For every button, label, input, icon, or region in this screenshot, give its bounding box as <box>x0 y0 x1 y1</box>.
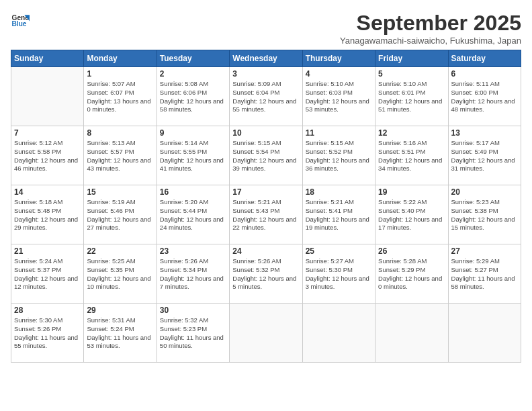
calendar-day-cell: 28Sunrise: 5:30 AMSunset: 5:26 PMDayligh… <box>11 304 84 363</box>
sunset-text: Sunset: 5:29 PM <box>378 266 445 275</box>
sunrise-text: Sunrise: 5:28 AM <box>378 257 445 266</box>
sunset-text: Sunset: 5:46 PM <box>87 207 153 216</box>
sunset-text: Sunset: 5:23 PM <box>160 325 226 334</box>
sunrise-text: Sunrise: 5:21 AM <box>232 198 299 207</box>
day-info: Sunrise: 5:20 AMSunset: 5:44 PMDaylight:… <box>160 198 226 232</box>
sunset-text: Sunset: 5:26 PM <box>14 325 81 334</box>
sunset-text: Sunset: 6:03 PM <box>306 89 372 97</box>
day-info: Sunrise: 5:16 AMSunset: 5:51 PMDaylight:… <box>378 139 445 173</box>
daylight-text: Daylight: 12 hours and 10 minutes. <box>87 275 153 292</box>
day-number: 4 <box>306 69 372 79</box>
day-number: 6 <box>451 69 518 79</box>
day-number: 10 <box>232 128 299 138</box>
day-number: 2 <box>160 69 226 79</box>
daylight-text: Daylight: 12 hours and 51 minutes. <box>378 97 445 115</box>
sunrise-text: Sunrise: 5:26 AM <box>232 257 299 266</box>
sunrise-text: Sunrise: 5:15 AM <box>306 139 372 148</box>
sunset-text: Sunset: 5:27 PM <box>451 266 518 275</box>
calendar-day-cell: 10Sunrise: 5:15 AMSunset: 5:54 PMDayligh… <box>230 126 302 185</box>
day-number: 29 <box>87 306 153 315</box>
calendar-week-row: 21Sunrise: 5:24 AMSunset: 5:37 PMDayligh… <box>11 244 521 304</box>
day-info: Sunrise: 5:30 AMSunset: 5:26 PMDaylight:… <box>14 316 81 351</box>
daylight-text: Daylight: 12 hours and 24 minutes. <box>160 216 226 233</box>
sunrise-text: Sunrise: 5:30 AM <box>14 316 81 325</box>
calendar-day-cell <box>448 304 521 363</box>
day-info: Sunrise: 5:14 AMSunset: 5:55 PMDaylight:… <box>160 139 226 173</box>
logo: General Blue <box>11 11 30 30</box>
day-info: Sunrise: 5:07 AMSunset: 6:07 PMDaylight:… <box>87 80 153 114</box>
day-info: Sunrise: 5:24 AMSunset: 5:37 PMDaylight:… <box>14 257 81 291</box>
day-info: Sunrise: 5:31 AMSunset: 5:24 PMDaylight:… <box>87 316 153 351</box>
day-number: 21 <box>14 246 81 256</box>
weekday-header-monday: Monday <box>84 50 157 67</box>
daylight-text: Daylight: 12 hours and 41 minutes. <box>160 156 226 174</box>
day-info: Sunrise: 5:19 AMSunset: 5:46 PMDaylight:… <box>87 198 153 232</box>
sunrise-text: Sunrise: 5:08 AM <box>160 80 226 89</box>
calendar-day-cell: 29Sunrise: 5:31 AMSunset: 5:24 PMDayligh… <box>84 304 157 363</box>
calendar-day-cell: 12Sunrise: 5:16 AMSunset: 5:51 PMDayligh… <box>375 126 448 185</box>
weekday-header-wednesday: Wednesday <box>230 50 302 67</box>
sunset-text: Sunset: 5:37 PM <box>14 266 81 275</box>
sunrise-text: Sunrise: 5:32 AM <box>160 316 226 325</box>
day-info: Sunrise: 5:15 AMSunset: 5:54 PMDaylight:… <box>232 139 299 173</box>
weekday-header-saturday: Saturday <box>448 50 521 67</box>
day-number: 11 <box>306 128 372 138</box>
calendar-day-cell: 11Sunrise: 5:15 AMSunset: 5:52 PMDayligh… <box>302 126 375 185</box>
sunset-text: Sunset: 5:41 PM <box>306 207 372 216</box>
day-info: Sunrise: 5:13 AMSunset: 5:57 PMDaylight:… <box>87 139 153 173</box>
sunrise-text: Sunrise: 5:21 AM <box>306 198 372 207</box>
calendar-table: SundayMondayTuesdayWednesdayThursdayFrid… <box>11 50 521 363</box>
calendar-day-cell: 23Sunrise: 5:26 AMSunset: 5:34 PMDayligh… <box>157 244 229 304</box>
daylight-text: Daylight: 12 hours and 0 minutes. <box>378 275 445 292</box>
calendar-week-row: 14Sunrise: 5:18 AMSunset: 5:48 PMDayligh… <box>11 185 521 244</box>
day-number: 3 <box>232 69 299 79</box>
sunset-text: Sunset: 5:52 PM <box>306 148 372 156</box>
day-info: Sunrise: 5:28 AMSunset: 5:29 PMDaylight:… <box>378 257 445 291</box>
calendar-title: September 2025 <box>340 11 521 36</box>
day-info: Sunrise: 5:32 AMSunset: 5:23 PMDaylight:… <box>160 316 226 351</box>
sunrise-text: Sunrise: 5:11 AM <box>451 80 518 89</box>
daylight-text: Daylight: 12 hours and 36 minutes. <box>306 156 372 174</box>
svg-text:Blue: Blue <box>12 20 27 28</box>
day-number: 16 <box>160 187 226 197</box>
calendar-day-cell: 1Sunrise: 5:07 AMSunset: 6:07 PMDaylight… <box>84 67 157 126</box>
calendar-week-row: 1Sunrise: 5:07 AMSunset: 6:07 PMDaylight… <box>11 67 521 126</box>
day-number: 25 <box>306 246 372 256</box>
calendar-day-cell: 5Sunrise: 5:10 AMSunset: 6:01 PMDaylight… <box>375 67 448 126</box>
calendar-day-cell: 27Sunrise: 5:29 AMSunset: 5:27 PMDayligh… <box>448 244 521 304</box>
page-header: General Blue September 2025 Yanagawamach… <box>11 11 521 46</box>
sunrise-text: Sunrise: 5:26 AM <box>160 257 226 266</box>
daylight-text: Daylight: 13 hours and 0 minutes. <box>87 97 153 115</box>
calendar-day-cell: 2Sunrise: 5:08 AMSunset: 6:06 PMDaylight… <box>157 67 229 126</box>
daylight-text: Daylight: 11 hours and 50 minutes. <box>160 334 226 351</box>
sunrise-text: Sunrise: 5:14 AM <box>160 139 226 148</box>
day-number: 7 <box>14 128 81 138</box>
day-info: Sunrise: 5:18 AMSunset: 5:48 PMDaylight:… <box>14 198 81 232</box>
sunset-text: Sunset: 5:43 PM <box>232 207 299 216</box>
calendar-day-cell <box>302 304 375 363</box>
day-number: 15 <box>87 187 153 197</box>
day-info: Sunrise: 5:27 AMSunset: 5:30 PMDaylight:… <box>306 257 372 291</box>
daylight-text: Daylight: 12 hours and 58 minutes. <box>160 97 226 115</box>
day-number: 30 <box>160 306 226 315</box>
day-number: 14 <box>14 187 81 197</box>
daylight-text: Daylight: 12 hours and 29 minutes. <box>14 216 81 233</box>
weekday-header-row: SundayMondayTuesdayWednesdayThursdayFrid… <box>11 50 521 67</box>
daylight-text: Daylight: 12 hours and 5 minutes. <box>232 275 299 292</box>
daylight-text: Daylight: 12 hours and 15 minutes. <box>451 216 518 233</box>
day-info: Sunrise: 5:26 AMSunset: 5:32 PMDaylight:… <box>232 257 299 291</box>
day-info: Sunrise: 5:22 AMSunset: 5:40 PMDaylight:… <box>378 198 445 232</box>
calendar-week-row: 28Sunrise: 5:30 AMSunset: 5:26 PMDayligh… <box>11 304 521 363</box>
day-info: Sunrise: 5:12 AMSunset: 5:58 PMDaylight:… <box>14 139 81 173</box>
day-info: Sunrise: 5:08 AMSunset: 6:06 PMDaylight:… <box>160 80 226 114</box>
daylight-text: Daylight: 12 hours and 31 minutes. <box>451 156 518 174</box>
daylight-text: Daylight: 11 hours and 55 minutes. <box>14 334 81 351</box>
daylight-text: Daylight: 12 hours and 17 minutes. <box>378 216 445 233</box>
daylight-text: Daylight: 12 hours and 19 minutes. <box>306 216 372 233</box>
sunset-text: Sunset: 6:06 PM <box>160 89 226 97</box>
day-number: 17 <box>232 187 299 197</box>
sunrise-text: Sunrise: 5:29 AM <box>451 257 518 266</box>
sunrise-text: Sunrise: 5:07 AM <box>87 80 153 89</box>
calendar-day-cell: 7Sunrise: 5:12 AMSunset: 5:58 PMDaylight… <box>11 126 84 185</box>
calendar-week-row: 7Sunrise: 5:12 AMSunset: 5:58 PMDaylight… <box>11 126 521 185</box>
